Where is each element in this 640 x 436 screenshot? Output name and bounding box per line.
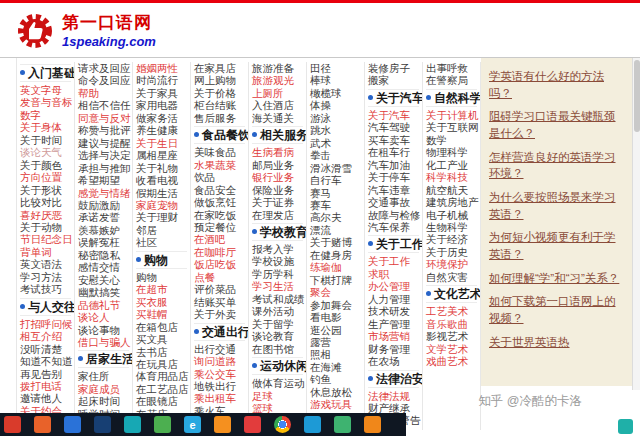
category-link[interactable]: 考试技巧 xyxy=(20,283,71,295)
category-link[interactable]: 羡慕嫉妒 xyxy=(78,224,129,236)
category-link[interactable]: 学习方法 xyxy=(20,271,71,283)
category-link[interactable]: 体育用品店 xyxy=(136,370,187,382)
category-link[interactable]: 误解冤枉 xyxy=(78,236,129,248)
tray-app-icon[interactable] xyxy=(618,419,633,434)
category-link[interactable]: 关于价格 xyxy=(194,87,245,99)
category-link[interactable]: 关于工作 xyxy=(368,255,419,267)
category-link[interactable]: 属相星座 xyxy=(136,149,187,161)
category-link[interactable]: 人力管理 xyxy=(368,293,419,305)
category-link[interactable]: 航空航天 xyxy=(426,184,477,196)
category-link[interactable]: 赛马 xyxy=(310,187,361,199)
category-link[interactable]: 自行车 xyxy=(310,174,361,186)
category-link[interactable]: 搬家 xyxy=(368,74,419,86)
ie-icon[interactable]: e xyxy=(184,416,201,433)
category-link[interactable]: 报考入学 xyxy=(252,243,303,255)
category-link[interactable]: 在家吃饭 xyxy=(194,209,245,221)
category-link[interactable]: 做家务活 xyxy=(136,112,187,124)
category-link[interactable]: 帮助 xyxy=(78,87,129,99)
category-link[interactable]: 关于家具 xyxy=(136,87,187,99)
category-link[interactable]: 学校设施 xyxy=(252,255,303,267)
category-link[interactable]: 足球 xyxy=(252,390,303,402)
category-link[interactable]: 知道不知道 xyxy=(20,355,71,367)
category-link[interactable]: 在家具店 xyxy=(194,62,245,74)
category-link[interactable]: 在理发店 xyxy=(252,209,303,221)
category-link[interactable]: 数字 xyxy=(20,109,71,121)
category-link[interactable]: 漂流 xyxy=(310,224,361,236)
notes-icon[interactable] xyxy=(154,416,171,433)
category-link[interactable]: 比较对比 xyxy=(20,196,71,208)
category-link[interactable]: 在海滩 xyxy=(310,361,361,373)
category-link[interactable]: 乘出租车 xyxy=(194,392,245,404)
qq-icon[interactable] xyxy=(304,416,321,433)
section-header[interactable]: 关于工作 xyxy=(368,235,419,253)
category-link[interactable]: 在农场 xyxy=(368,355,419,367)
category-link[interactable]: 同意与反对 xyxy=(78,112,129,124)
category-link[interactable]: 生产管理 xyxy=(368,318,419,330)
category-link[interactable]: 关于礼物 xyxy=(136,162,187,174)
category-link[interactable]: 橄榄球 xyxy=(310,87,361,99)
start-icon[interactable] xyxy=(4,416,21,433)
category-link[interactable]: 棒球 xyxy=(310,74,361,86)
category-link[interactable]: 旅游观光 xyxy=(252,74,303,86)
category-link[interactable]: 感情交情 xyxy=(78,261,129,273)
category-link[interactable]: 汽车加油 xyxy=(368,159,419,171)
category-link[interactable]: 影视艺术 xyxy=(426,330,477,342)
category-link[interactable]: 节日纪念日 xyxy=(20,233,71,245)
category-link[interactable]: 饭店吃饭 xyxy=(194,258,245,270)
category-link[interactable]: 婚姻两性 xyxy=(136,62,187,74)
category-link[interactable]: 技术研发 xyxy=(368,305,419,317)
category-link[interactable]: 练瑜伽 xyxy=(310,261,361,273)
category-link[interactable]: 汽车驾驶 xyxy=(368,121,419,133)
category-link[interactable]: 武术 xyxy=(310,137,361,149)
vertical-scrollbar[interactable] xyxy=(632,58,640,390)
category-link[interactable]: 买车卖车 xyxy=(368,134,419,146)
category-link[interactable]: 谈论人 xyxy=(78,311,129,323)
music-icon[interactable] xyxy=(214,416,231,433)
category-link[interactable]: 关于身体 xyxy=(20,121,71,133)
category-link[interactable]: 物理科学 xyxy=(426,146,477,158)
category-link[interactable]: 关于互联网 xyxy=(426,121,477,133)
category-link[interactable]: 故障与检修 xyxy=(368,209,419,221)
files-icon[interactable] xyxy=(64,416,81,433)
category-link[interactable]: 参加舞会 xyxy=(310,299,361,311)
category-link[interactable]: 环境保护 xyxy=(426,258,477,270)
site-logo[interactable]: 第一口语网 1speaking.com xyxy=(14,9,156,51)
category-link[interactable]: 做饭烹饪 xyxy=(194,196,245,208)
category-link[interactable]: 品德礼节 xyxy=(78,299,129,311)
category-link[interactable]: 购物 xyxy=(136,271,187,283)
category-link[interactable]: 收看电视 xyxy=(136,174,187,186)
category-link[interactable]: 选择与决定 xyxy=(78,149,129,161)
category-link[interactable]: 养生健康 xyxy=(136,124,187,136)
category-link[interactable]: 文学艺术 xyxy=(426,343,477,355)
chrome-icon[interactable] xyxy=(274,416,291,433)
category-link[interactable]: 水果蔬菜 xyxy=(194,159,245,171)
category-link[interactable]: 关于形状 xyxy=(20,184,71,196)
category-link[interactable]: 乘公交车 xyxy=(194,368,245,380)
category-link[interactable]: 滑冰滑雪 xyxy=(310,162,361,174)
category-link[interactable]: 地铁出行 xyxy=(194,380,245,392)
category-link[interactable]: 关于颜色 xyxy=(20,159,71,171)
category-link[interactable]: 时尚流行 xyxy=(136,74,187,86)
category-link[interactable]: 关于计算机 xyxy=(426,109,477,121)
section-header[interactable]: 法律治安 xyxy=(368,370,419,388)
scrollbar-thumb[interactable] xyxy=(634,60,640,132)
section-header[interactable]: 自然科学 xyxy=(426,89,477,107)
category-link[interactable]: 相信不信任 xyxy=(78,99,129,111)
faq-link[interactable]: 学英语有什么好的方法吗？ xyxy=(489,68,624,101)
category-link[interactable]: 赛车 xyxy=(310,199,361,211)
category-link[interactable]: 办公管理 xyxy=(368,280,419,292)
category-link[interactable]: 打招呼问候 xyxy=(20,318,71,330)
category-link[interactable]: 化工产业 xyxy=(426,159,477,171)
section-header[interactable]: 食品餐饮 xyxy=(194,126,245,144)
category-link[interactable]: 称赞与批评 xyxy=(78,124,129,136)
category-link[interactable]: 关于经济 xyxy=(426,233,477,245)
category-link[interactable]: 背单词 xyxy=(20,246,71,258)
category-link[interactable]: 安慰关心 xyxy=(78,274,129,286)
category-link[interactable]: 美味食品 xyxy=(194,146,245,158)
category-link[interactable]: 科学科技 xyxy=(426,171,477,183)
section-header[interactable]: 与人交往 xyxy=(20,298,71,316)
category-link[interactable]: 在酒吧 xyxy=(194,233,245,245)
category-link[interactable]: 生物科学 xyxy=(426,221,477,233)
category-link[interactable]: 银行业务 xyxy=(252,171,303,183)
category-link[interactable]: 买衣服 xyxy=(136,296,187,308)
